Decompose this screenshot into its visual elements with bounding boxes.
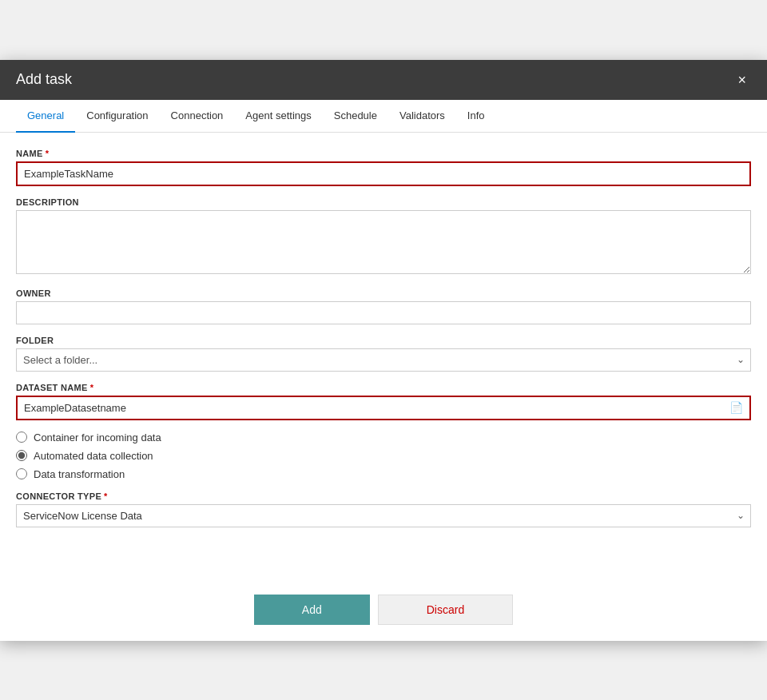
discard-button[interactable]: Discard (378, 595, 513, 625)
connector-type-select[interactable]: ServiceNow License Data (16, 504, 751, 527)
add-task-dialog: Add task × General Configuration Connect… (0, 60, 767, 641)
dataset-name-input-wrapper: 📄 (16, 396, 751, 420)
owner-field-group: OWNER (16, 288, 751, 324)
tab-general[interactable]: General (16, 100, 75, 133)
radio-group: Container for incoming data Automated da… (16, 432, 751, 480)
description-field-group: DESCRIPTION (16, 197, 751, 277)
radio-automated-label: Automated data collection (34, 450, 153, 462)
owner-label: OWNER (16, 288, 751, 298)
dataset-name-required-star: * (90, 383, 94, 392)
dataset-name-label: DATASET NAME* (16, 383, 751, 392)
connector-type-field-group: CONNECTOR TYPE* ServiceNow License Data … (16, 491, 751, 527)
dialog-title: Add task (16, 71, 72, 88)
dataset-name-input[interactable] (18, 397, 749, 419)
close-button[interactable]: × (733, 71, 751, 89)
tab-bar: General Configuration Connection Agent s… (0, 100, 767, 133)
folder-label: FOLDER (16, 336, 751, 345)
dialog-footer: Add Discard (0, 579, 767, 641)
form-body: NAME* DESCRIPTION OWNER FOLDER Select a … (0, 133, 767, 547)
radio-container-input[interactable] (16, 432, 27, 443)
radio-transformation-label: Data transformation (34, 468, 125, 480)
connector-type-select-wrapper: ServiceNow License Data ⌄ (16, 504, 751, 527)
radio-transformation-input[interactable] (16, 468, 27, 479)
radio-automated-input[interactable] (16, 450, 27, 461)
name-label: NAME* (16, 149, 751, 158)
tab-agent-settings[interactable]: Agent settings (234, 100, 322, 133)
radio-data-transformation[interactable]: Data transformation (16, 468, 751, 480)
tab-configuration[interactable]: Configuration (75, 100, 159, 133)
dataset-browse-icon[interactable]: 📄 (729, 401, 743, 414)
dataset-name-field-group: DATASET NAME* 📄 (16, 383, 751, 420)
description-textarea[interactable] (16, 210, 751, 274)
name-required-star: * (46, 149, 50, 158)
name-field-group: NAME* (16, 149, 751, 186)
tab-connection[interactable]: Connection (160, 100, 235, 133)
tab-schedule[interactable]: Schedule (323, 100, 388, 133)
radio-container-label: Container for incoming data (34, 432, 161, 443)
tab-validators[interactable]: Validators (388, 100, 456, 133)
description-label: DESCRIPTION (16, 197, 751, 207)
folder-select-wrapper: Select a folder... ⌄ (16, 348, 751, 372)
tab-info[interactable]: Info (456, 100, 496, 133)
folder-select[interactable]: Select a folder... (16, 348, 751, 372)
owner-input[interactable] (16, 301, 751, 324)
connector-type-required-star: * (104, 491, 108, 501)
connector-type-label: CONNECTOR TYPE* (16, 491, 751, 501)
add-button[interactable]: Add (254, 595, 370, 625)
radio-container-incoming[interactable]: Container for incoming data (16, 432, 751, 443)
folder-field-group: FOLDER Select a folder... ⌄ (16, 336, 751, 372)
radio-automated-collection[interactable]: Automated data collection (16, 450, 751, 462)
dialog-header: Add task × (0, 60, 767, 100)
name-input[interactable] (16, 161, 751, 186)
